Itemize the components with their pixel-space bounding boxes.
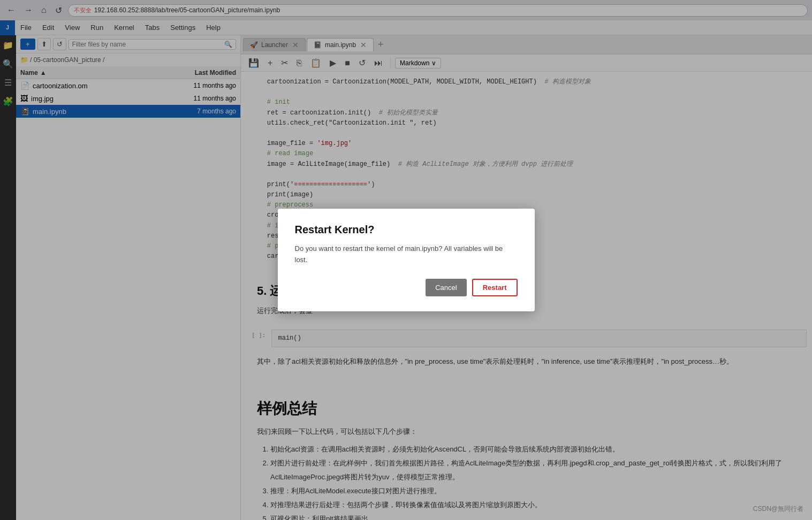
dialog-title: Restart Kernel? (295, 224, 518, 236)
dialog-body: Do you want to restart the kernel of mai… (295, 243, 518, 266)
dialog-buttons: Cancel Restart (295, 279, 518, 296)
restart-kernel-dialog: Restart Kernel? Do you want to restart t… (278, 209, 535, 311)
dialog-overlay: Restart Kernel? Do you want to restart t… (0, 0, 812, 520)
cancel-button[interactable]: Cancel (426, 279, 466, 296)
restart-button[interactable]: Restart (472, 279, 518, 296)
